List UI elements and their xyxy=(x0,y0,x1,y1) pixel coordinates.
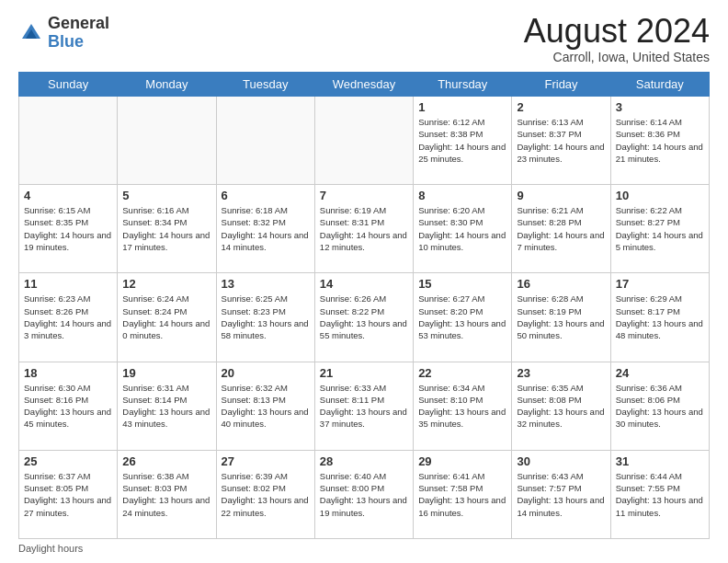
day-number: 5 xyxy=(122,189,210,202)
day-number: 27 xyxy=(222,454,310,468)
day-number: 29 xyxy=(418,454,506,468)
calendar-cell: 23Sunrise: 6:35 AMSunset: 8:08 PMDayligh… xyxy=(512,362,610,450)
day-info: Sunrise: 6:27 AMSunset: 8:20 PMDaylight:… xyxy=(418,293,506,341)
calendar-table: SundayMondayTuesdayWednesdayThursdayFrid… xyxy=(18,72,710,539)
calendar-cell: 7Sunrise: 6:19 AMSunset: 8:31 PMDaylight… xyxy=(314,185,413,273)
weekday-header-row: SundayMondayTuesdayWednesdayThursdayFrid… xyxy=(19,73,710,97)
logo-general: General xyxy=(48,14,109,32)
day-number: 3 xyxy=(616,100,704,114)
day-number: 21 xyxy=(320,366,408,380)
day-info: Sunrise: 6:33 AMSunset: 8:11 PMDaylight:… xyxy=(320,382,408,431)
day-number: 15 xyxy=(418,277,506,291)
day-info: Sunrise: 6:30 AMSunset: 8:16 PMDaylight:… xyxy=(24,382,112,431)
calendar-cell xyxy=(19,97,118,185)
calendar-cell: 31Sunrise: 6:44 AMSunset: 7:55 PMDayligh… xyxy=(610,450,709,538)
calendar-cell: 1Sunrise: 6:12 AMSunset: 8:38 PMDaylight… xyxy=(414,97,512,185)
header: General Blue August 2024 Carroll, Iowa, … xyxy=(18,15,710,64)
calendar-week-row: 25Sunrise: 6:37 AMSunset: 8:05 PMDayligh… xyxy=(19,450,710,538)
day-info: Sunrise: 6:13 AMSunset: 8:37 PMDaylight:… xyxy=(517,116,605,165)
day-info: Sunrise: 6:37 AMSunset: 8:05 PMDaylight:… xyxy=(24,470,112,519)
calendar-cell: 8Sunrise: 6:20 AMSunset: 8:30 PMDaylight… xyxy=(414,185,512,273)
calendar-cell xyxy=(118,97,216,185)
day-number: 9 xyxy=(517,189,605,202)
calendar-cell: 16Sunrise: 6:28 AMSunset: 8:19 PMDayligh… xyxy=(512,273,610,362)
day-number: 24 xyxy=(616,366,704,380)
day-number: 16 xyxy=(517,277,605,291)
calendar-week-row: 1Sunrise: 6:12 AMSunset: 8:38 PMDaylight… xyxy=(19,97,710,185)
logo-blue: Blue xyxy=(48,32,84,51)
logo-text: General Blue xyxy=(48,15,109,52)
day-info: Sunrise: 6:18 AMSunset: 8:32 PMDaylight:… xyxy=(222,204,310,253)
calendar-cell: 15Sunrise: 6:27 AMSunset: 8:20 PMDayligh… xyxy=(414,273,512,362)
day-number: 1 xyxy=(418,100,506,114)
daylight-label: Daylight hours xyxy=(18,543,83,554)
day-info: Sunrise: 6:21 AMSunset: 8:28 PMDaylight:… xyxy=(517,204,605,253)
day-info: Sunrise: 6:40 AMSunset: 8:00 PMDaylight:… xyxy=(320,470,408,519)
day-info: Sunrise: 6:20 AMSunset: 8:30 PMDaylight:… xyxy=(418,204,506,253)
calendar-cell: 19Sunrise: 6:31 AMSunset: 8:14 PMDayligh… xyxy=(118,362,216,450)
day-number: 10 xyxy=(616,189,704,202)
calendar-cell: 17Sunrise: 6:29 AMSunset: 8:17 PMDayligh… xyxy=(610,273,709,362)
day-info: Sunrise: 6:32 AMSunset: 8:13 PMDaylight:… xyxy=(222,382,310,431)
day-info: Sunrise: 6:14 AMSunset: 8:36 PMDaylight:… xyxy=(616,116,704,165)
calendar-cell: 11Sunrise: 6:23 AMSunset: 8:26 PMDayligh… xyxy=(19,273,118,362)
day-number: 4 xyxy=(24,189,112,202)
calendar-cell: 26Sunrise: 6:38 AMSunset: 8:03 PMDayligh… xyxy=(118,450,216,538)
day-number: 7 xyxy=(320,189,408,202)
calendar-week-row: 11Sunrise: 6:23 AMSunset: 8:26 PMDayligh… xyxy=(19,273,710,362)
calendar-cell: 5Sunrise: 6:16 AMSunset: 8:34 PMDaylight… xyxy=(118,185,216,273)
day-number: 13 xyxy=(222,277,310,291)
calendar-cell: 27Sunrise: 6:39 AMSunset: 8:02 PMDayligh… xyxy=(216,450,314,538)
day-info: Sunrise: 6:23 AMSunset: 8:26 PMDaylight:… xyxy=(24,293,112,341)
day-info: Sunrise: 6:31 AMSunset: 8:14 PMDaylight:… xyxy=(122,382,210,431)
day-info: Sunrise: 6:28 AMSunset: 8:19 PMDaylight:… xyxy=(517,293,605,341)
weekday-header: Saturday xyxy=(610,73,709,97)
calendar-cell: 21Sunrise: 6:33 AMSunset: 8:11 PMDayligh… xyxy=(314,362,413,450)
calendar-cell: 30Sunrise: 6:43 AMSunset: 7:57 PMDayligh… xyxy=(512,450,610,538)
day-number: 11 xyxy=(24,277,112,291)
day-info: Sunrise: 6:26 AMSunset: 8:22 PMDaylight:… xyxy=(320,293,408,341)
calendar-cell xyxy=(216,97,314,185)
day-number: 30 xyxy=(517,454,605,468)
day-info: Sunrise: 6:36 AMSunset: 8:06 PMDaylight:… xyxy=(616,382,704,431)
day-info: Sunrise: 6:34 AMSunset: 8:10 PMDaylight:… xyxy=(418,382,506,431)
day-number: 26 xyxy=(122,454,210,468)
day-info: Sunrise: 6:35 AMSunset: 8:08 PMDaylight:… xyxy=(517,382,605,431)
calendar-week-row: 18Sunrise: 6:30 AMSunset: 8:16 PMDayligh… xyxy=(19,362,710,450)
title-section: August 2024 Carroll, Iowa, United States xyxy=(524,15,710,64)
calendar-cell: 28Sunrise: 6:40 AMSunset: 8:00 PMDayligh… xyxy=(314,450,413,538)
weekday-header: Tuesday xyxy=(216,73,314,97)
day-info: Sunrise: 6:19 AMSunset: 8:31 PMDaylight:… xyxy=(320,204,408,253)
weekday-header: Wednesday xyxy=(314,73,413,97)
calendar-cell: 12Sunrise: 6:24 AMSunset: 8:24 PMDayligh… xyxy=(118,273,216,362)
calendar-cell: 18Sunrise: 6:30 AMSunset: 8:16 PMDayligh… xyxy=(19,362,118,450)
calendar-page: General Blue August 2024 Carroll, Iowa, … xyxy=(0,0,728,563)
day-info: Sunrise: 6:12 AMSunset: 8:38 PMDaylight:… xyxy=(418,116,506,165)
calendar-cell xyxy=(314,97,413,185)
logo-icon xyxy=(18,20,44,46)
day-number: 8 xyxy=(418,189,506,202)
weekday-header: Monday xyxy=(118,73,216,97)
day-info: Sunrise: 6:22 AMSunset: 8:27 PMDaylight:… xyxy=(616,204,704,253)
day-number: 2 xyxy=(517,100,605,114)
calendar-cell: 24Sunrise: 6:36 AMSunset: 8:06 PMDayligh… xyxy=(610,362,709,450)
day-number: 28 xyxy=(320,454,408,468)
calendar-cell: 14Sunrise: 6:26 AMSunset: 8:22 PMDayligh… xyxy=(314,273,413,362)
calendar-cell: 20Sunrise: 6:32 AMSunset: 8:13 PMDayligh… xyxy=(216,362,314,450)
day-info: Sunrise: 6:16 AMSunset: 8:34 PMDaylight:… xyxy=(122,204,210,253)
day-number: 25 xyxy=(24,454,112,468)
day-number: 22 xyxy=(418,366,506,380)
location: Carroll, Iowa, United States xyxy=(524,50,710,64)
calendar-cell: 6Sunrise: 6:18 AMSunset: 8:32 PMDaylight… xyxy=(216,185,314,273)
calendar-cell: 10Sunrise: 6:22 AMSunset: 8:27 PMDayligh… xyxy=(610,185,709,273)
day-number: 12 xyxy=(122,277,210,291)
day-number: 31 xyxy=(616,454,704,468)
calendar-cell: 9Sunrise: 6:21 AMSunset: 8:28 PMDaylight… xyxy=(512,185,610,273)
day-number: 18 xyxy=(24,366,112,380)
day-info: Sunrise: 6:44 AMSunset: 7:55 PMDaylight:… xyxy=(616,470,704,519)
day-info: Sunrise: 6:24 AMSunset: 8:24 PMDaylight:… xyxy=(122,293,210,341)
calendar-week-row: 4Sunrise: 6:15 AMSunset: 8:35 PMDaylight… xyxy=(19,185,710,273)
calendar-cell: 29Sunrise: 6:41 AMSunset: 7:58 PMDayligh… xyxy=(414,450,512,538)
weekday-header: Sunday xyxy=(19,73,118,97)
day-number: 6 xyxy=(222,189,310,202)
